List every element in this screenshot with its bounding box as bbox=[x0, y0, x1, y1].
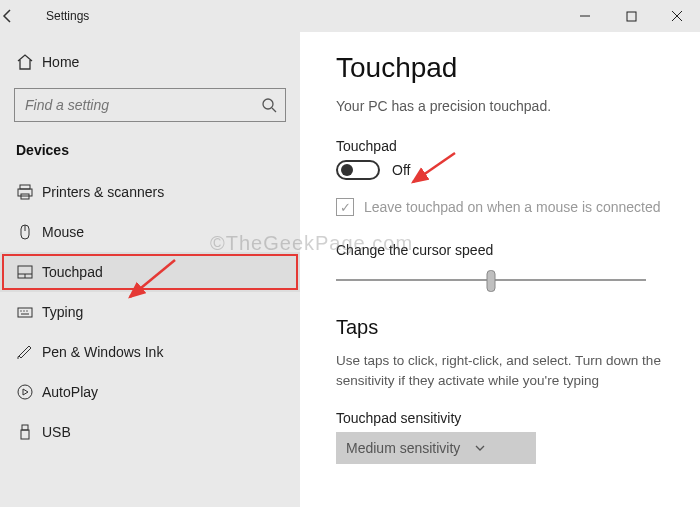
taps-description: Use taps to click, right-click, and sele… bbox=[336, 351, 668, 390]
svg-rect-4 bbox=[20, 185, 30, 189]
sidebar-home-label: Home bbox=[42, 54, 79, 70]
sidebar-item-usb[interactable]: USB bbox=[0, 412, 300, 452]
sidebar-item-mouse[interactable]: Mouse bbox=[0, 212, 300, 252]
svg-rect-1 bbox=[627, 12, 636, 21]
home-icon bbox=[16, 53, 42, 71]
touchpad-icon bbox=[16, 263, 42, 281]
cursor-speed-slider[interactable] bbox=[336, 268, 646, 292]
sidebar-item-autoplay[interactable]: AutoPlay bbox=[0, 372, 300, 412]
sidebar-item-printers[interactable]: Printers & scanners bbox=[0, 172, 300, 212]
sidebar-home[interactable]: Home bbox=[0, 42, 300, 82]
sidebar-item-label: USB bbox=[42, 424, 71, 440]
titlebar: Settings bbox=[0, 0, 700, 32]
taps-heading: Taps bbox=[336, 316, 668, 339]
leave-on-checkbox[interactable]: ✓ bbox=[336, 198, 354, 216]
sidebar: Home Devices Printers & scanners Mou bbox=[0, 32, 300, 507]
sidebar-item-typing[interactable]: Typing bbox=[0, 292, 300, 332]
sensitivity-dropdown[interactable]: Medium sensitivity bbox=[336, 432, 536, 464]
leave-on-label: Leave touchpad on when a mouse is connec… bbox=[364, 199, 661, 215]
svg-point-14 bbox=[23, 310, 24, 311]
mouse-icon bbox=[16, 223, 42, 241]
autoplay-icon bbox=[16, 383, 42, 401]
precision-text: Your PC has a precision touchpad. bbox=[336, 98, 668, 114]
sidebar-item-label: Touchpad bbox=[42, 264, 103, 280]
close-button[interactable] bbox=[654, 0, 700, 32]
touchpad-toggle-label: Touchpad bbox=[336, 138, 668, 154]
svg-rect-18 bbox=[22, 425, 28, 430]
sidebar-item-label: Printers & scanners bbox=[42, 184, 164, 200]
search-box[interactable] bbox=[14, 88, 286, 122]
sensitivity-value: Medium sensitivity bbox=[346, 440, 460, 456]
svg-point-17 bbox=[18, 385, 32, 399]
sidebar-section-header: Devices bbox=[0, 132, 300, 172]
toggle-state-text: Off bbox=[392, 162, 410, 178]
sidebar-item-label: Mouse bbox=[42, 224, 84, 240]
svg-rect-19 bbox=[21, 430, 29, 439]
maximize-button[interactable] bbox=[608, 0, 654, 32]
svg-line-3 bbox=[272, 108, 276, 112]
search-input[interactable] bbox=[25, 97, 261, 113]
keyboard-icon bbox=[16, 303, 42, 321]
settings-window: Settings Home Device bbox=[0, 0, 700, 507]
printer-icon bbox=[16, 183, 42, 201]
sensitivity-label: Touchpad sensitivity bbox=[336, 410, 668, 426]
touchpad-toggle[interactable] bbox=[336, 160, 380, 180]
sidebar-item-label: AutoPlay bbox=[42, 384, 98, 400]
svg-point-13 bbox=[20, 310, 21, 311]
svg-rect-5 bbox=[18, 189, 32, 196]
usb-icon bbox=[16, 423, 42, 441]
search-icon bbox=[261, 97, 277, 113]
pen-icon bbox=[16, 343, 42, 361]
sidebar-item-pen[interactable]: Pen & Windows Ink bbox=[0, 332, 300, 372]
sidebar-item-label: Typing bbox=[42, 304, 83, 320]
page-heading: Touchpad bbox=[336, 52, 668, 84]
minimize-button[interactable] bbox=[562, 0, 608, 32]
toggle-knob bbox=[341, 164, 353, 176]
content-pane: Touchpad Your PC has a precision touchpa… bbox=[300, 32, 700, 507]
back-button[interactable] bbox=[0, 8, 44, 24]
cursor-speed-label: Change the cursor speed bbox=[336, 242, 668, 258]
sidebar-item-label: Pen & Windows Ink bbox=[42, 344, 163, 360]
svg-point-15 bbox=[26, 310, 27, 311]
slider-thumb[interactable] bbox=[487, 270, 496, 292]
svg-point-2 bbox=[263, 99, 273, 109]
sidebar-item-touchpad[interactable]: Touchpad bbox=[0, 252, 300, 292]
chevron-down-icon bbox=[474, 442, 486, 454]
svg-rect-12 bbox=[18, 308, 32, 317]
window-title: Settings bbox=[46, 9, 89, 23]
